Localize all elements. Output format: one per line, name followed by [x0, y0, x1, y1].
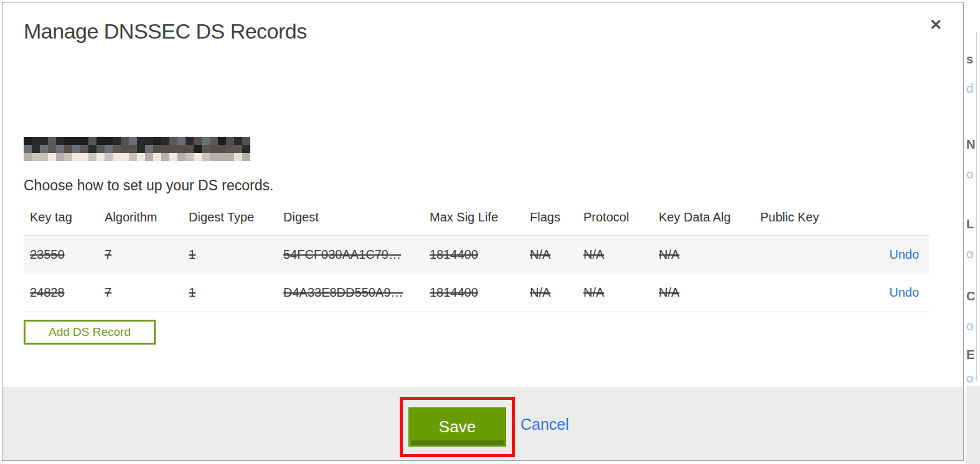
cell-key-tag: 24828: [24, 285, 98, 300]
cell-action: Undo: [882, 285, 929, 300]
column-header: Protocol: [577, 208, 653, 225]
column-header: Key Data Alg: [653, 208, 754, 225]
background-page-divider: [976, 32, 977, 381]
redacted-domain-name: [24, 137, 250, 161]
dialog-title: Manage DNSSEC DS Records: [24, 19, 307, 44]
page-fragment: C: [966, 290, 975, 302]
page-fragment: o: [966, 168, 973, 180]
cell-digest-type: 1: [182, 248, 277, 262]
table-row: 24828 7 1 D4A33E8DD550A9… 1814400 N/A N/…: [24, 274, 929, 312]
page-fragment: E: [966, 348, 974, 361]
page-fragment: s: [966, 53, 973, 65]
cell-protocol: N/A: [577, 285, 653, 300]
background-page-sliver: sdNoLoCoEo: [966, 0, 980, 464]
page-fragment: o: [966, 248, 973, 260]
add-ds-record-button[interactable]: Add DS Record: [24, 320, 156, 345]
cell-action: Undo: [882, 248, 929, 262]
column-header: Digest Type: [182, 208, 277, 225]
table-body: 23550 7 1 54FCF030AA1C79… 1814400 N/A N/…: [24, 235, 929, 312]
column-header: Public Key: [754, 208, 882, 225]
column-header: Flags: [524, 208, 577, 225]
page-fragment: o: [966, 320, 973, 332]
column-header: Algorithm: [98, 208, 182, 225]
column-header: Digest: [277, 208, 423, 225]
cell-digest: 54FCF030AA1C79…: [277, 248, 423, 262]
cell-algorithm: 7: [98, 285, 182, 300]
cell-key-data-alg: N/A: [653, 248, 754, 262]
save-button[interactable]: Save: [408, 407, 506, 447]
cell-protocol: N/A: [577, 248, 653, 262]
annotation-highlight-box: Save: [400, 397, 515, 457]
page-fragment: N: [966, 138, 975, 151]
cell-max-sig-life: 1814400: [423, 248, 524, 262]
page-fragment: d: [966, 82, 973, 95]
undo-link[interactable]: Undo: [889, 248, 919, 261]
cell-key-tag: 23550: [24, 248, 98, 262]
table-header-row: Key tagAlgorithmDigest TypeDigestMax Sig…: [24, 208, 929, 235]
cell-digest-type: 1: [182, 285, 277, 300]
cell-digest: D4A33E8DD550A9…: [277, 285, 423, 300]
page-fragment: o: [966, 372, 973, 384]
manage-dnssec-dialog: Manage DNSSEC DS Records ✕ Choose how to…: [2, 2, 964, 461]
cell-algorithm: 7: [98, 248, 182, 262]
cell-max-sig-life: 1814400: [423, 285, 524, 300]
cell-key-data-alg: N/A: [653, 285, 754, 300]
column-header: Max Sig Life: [423, 208, 524, 225]
ds-records-table: Key tagAlgorithmDigest TypeDigestMax Sig…: [24, 208, 929, 312]
cell-flags: N/A: [524, 285, 577, 300]
intro-text: Choose how to set up your DS records.: [24, 177, 273, 194]
undo-link[interactable]: Undo: [889, 285, 919, 299]
close-icon[interactable]: ✕: [928, 16, 943, 34]
page-fragment: L: [966, 218, 974, 230]
cancel-link[interactable]: Cancel: [521, 415, 569, 434]
cell-flags: N/A: [524, 248, 577, 262]
column-header: Key tag: [24, 208, 98, 225]
background-page-footer: [966, 386, 980, 464]
table-row: 23550 7 1 54FCF030AA1C79… 1814400 N/A N/…: [24, 236, 929, 274]
